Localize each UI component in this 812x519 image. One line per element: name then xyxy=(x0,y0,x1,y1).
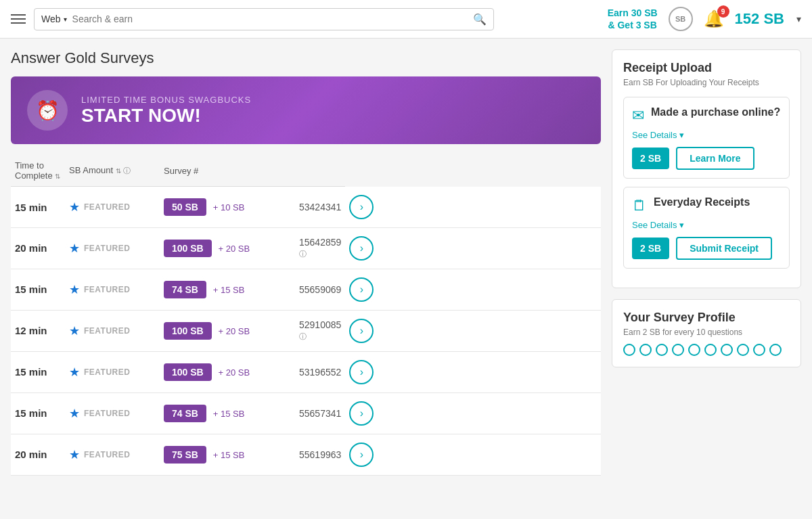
profile-dot xyxy=(737,344,749,356)
receipt-upload-card: Receipt Upload Earn SB For Uploading You… xyxy=(612,49,801,288)
banner-subtitle: LIMITED TIME BONUS SWAGBUCKS xyxy=(81,95,251,105)
notification-bell[interactable]: 🔔 9 xyxy=(704,9,724,28)
everyday-receipts-action: 2 SB Submit Receipt xyxy=(632,237,781,260)
time-cell: 15 min xyxy=(11,187,65,228)
bonus-sb: + 20 SB xyxy=(219,244,250,254)
time-cell: 12 min xyxy=(11,310,65,351)
everyday-receipts-sb-badge: 2 SB xyxy=(632,238,669,259)
table-header: Time to Complete ⇅ SB Amount ⇅ ⓘ Survey … xyxy=(11,155,601,187)
online-purchase-header: ✉ Made a purchase online? xyxy=(632,106,781,125)
featured-cell: ★ FEATURED xyxy=(65,187,160,228)
time-cell: 20 min xyxy=(11,227,65,269)
sb-pill: 50 SB xyxy=(164,198,206,216)
search-icon: 🔍 xyxy=(473,13,487,26)
time-cell: 20 min xyxy=(11,434,65,475)
featured-label: FEATURED xyxy=(84,409,130,418)
sb-amount-cell: 74 SB + 15 SB xyxy=(160,269,295,310)
everyday-receipts-title: Everyday Receipts xyxy=(654,196,750,208)
survey-rows: 15 min ★ FEATURED 50 SB + 10 SB 53424341… xyxy=(11,187,601,476)
bonus-sb: + 15 SB xyxy=(213,409,245,419)
everyday-receipts-header: 🗒 Everyday Receipts xyxy=(632,196,781,215)
survey-number-cell: 15642859 ⓘ xyxy=(295,227,345,269)
go-cell: › xyxy=(345,227,601,269)
col-action xyxy=(295,155,345,187)
earn-sb-promo[interactable]: Earn 30 SB & Get 3 SB xyxy=(608,7,658,31)
sb-amount-cell: 100 SB + 20 SB xyxy=(160,351,295,392)
featured-label: FEATURED xyxy=(84,450,130,459)
everyday-receipts-see-details[interactable]: See Details ▾ xyxy=(632,220,781,230)
right-sidebar: Receipt Upload Earn SB For Uploading You… xyxy=(612,49,801,476)
star-icon: ★ xyxy=(69,323,80,338)
banner-title: START NOW! xyxy=(81,105,251,127)
search-bar: Web ▾ 🔍 xyxy=(34,8,494,30)
profile-dot xyxy=(656,344,668,356)
bonus-sb: + 10 SB xyxy=(213,202,245,212)
go-button[interactable]: › xyxy=(349,195,374,219)
profile-dot xyxy=(639,344,652,356)
featured-cell: ★ FEATURED xyxy=(65,227,160,269)
survey-number-cell: 52910085 ⓘ xyxy=(295,310,345,351)
chevron-down-icon: ▾ xyxy=(679,220,684,230)
survey-profile-section: Your Survey Profile Earn 2 SB for every … xyxy=(612,299,801,367)
star-icon: ★ xyxy=(69,447,80,462)
survey-number-cell: 55659069 xyxy=(295,269,345,310)
header-right: Earn 30 SB & Get 3 SB SB 🔔 9 152 SB ▾ xyxy=(608,7,801,31)
promo-banner[interactable]: ⏰ LIMITED TIME BONUS SWAGBUCKS START NOW… xyxy=(11,76,601,144)
notification-badge: 9 xyxy=(717,5,729,18)
go-button[interactable]: › xyxy=(349,401,374,426)
go-button[interactable]: › xyxy=(349,319,374,343)
chevron-down-icon: ▾ xyxy=(679,130,684,140)
online-purchase-text: Made a purchase online? xyxy=(651,106,780,118)
table-row: 20 min ★ FEATURED 75 SB + 15 SB 55619963… xyxy=(11,434,601,475)
search-input[interactable] xyxy=(72,14,473,24)
survey-number-cell: 53196552 xyxy=(295,351,345,392)
main-container: Answer Gold Surveys ⏰ LIMITED TIME BONUS… xyxy=(0,39,812,487)
sb-circle[interactable]: SB xyxy=(669,7,693,31)
online-purchase-option: ✉ Made a purchase online? See Details ▾ … xyxy=(623,97,790,179)
sb-balance: 152 SB xyxy=(735,10,784,28)
learn-more-button[interactable]: Learn More xyxy=(676,147,754,170)
info-icon[interactable]: ⓘ xyxy=(299,250,307,258)
profile-dot xyxy=(704,344,717,356)
hamburger-menu[interactable] xyxy=(11,14,26,24)
star-icon: ★ xyxy=(69,241,80,256)
info-icon[interactable]: ⓘ xyxy=(123,166,131,175)
online-purchase-see-details[interactable]: See Details ▾ xyxy=(632,130,781,140)
go-button[interactable]: › xyxy=(349,236,374,261)
sort-icon-2[interactable]: ⇅ xyxy=(116,167,121,175)
featured-cell: ★ FEATURED xyxy=(65,269,160,310)
sb-amount-cell: 100 SB + 20 SB xyxy=(160,227,295,269)
featured-label: FEATURED xyxy=(84,326,130,336)
sb-pill: 100 SB xyxy=(164,322,212,340)
receipt-upload-subtitle: Earn SB For Uploading Your Receipts xyxy=(623,78,790,87)
web-selector[interactable]: Web ▾ xyxy=(41,14,67,24)
submit-receipt-button[interactable]: Submit Receipt xyxy=(676,237,772,260)
everyday-receipts-option: 🗒 Everyday Receipts See Details ▾ 2 SB S… xyxy=(623,187,790,269)
bonus-sb: + 15 SB xyxy=(213,285,245,295)
survey-number-cell: 53424341 xyxy=(295,187,345,228)
table-row: 15 min ★ FEATURED 100 SB + 20 SB 5319655… xyxy=(11,351,601,392)
featured-label: FEATURED xyxy=(84,367,130,377)
go-button[interactable]: › xyxy=(349,277,374,302)
profile-dot xyxy=(672,344,684,356)
go-button[interactable]: › xyxy=(349,360,374,384)
go-cell: › xyxy=(345,392,601,434)
profile-subtitle: Earn 2 SB for every 10 questions xyxy=(623,328,790,337)
go-cell: › xyxy=(345,187,601,228)
go-button[interactable]: › xyxy=(349,443,374,467)
sb-amount-cell: 74 SB + 15 SB xyxy=(160,392,295,434)
star-icon: ★ xyxy=(69,200,80,215)
table-row: 12 min ★ FEATURED 100 SB + 20 SB 5291008… xyxy=(11,310,601,351)
email-icon: ✉ xyxy=(632,107,644,125)
main-header: Web ▾ 🔍 Earn 30 SB & Get 3 SB SB 🔔 9 152… xyxy=(0,0,812,39)
col-survey-num: Survey # xyxy=(160,155,295,187)
time-cell: 15 min xyxy=(11,392,65,434)
sb-pill: 100 SB xyxy=(164,240,212,257)
table-row: 15 min ★ FEATURED 50 SB + 10 SB 53424341… xyxy=(11,187,601,228)
info-icon[interactable]: ⓘ xyxy=(299,332,307,340)
left-section: Answer Gold Surveys ⏰ LIMITED TIME BONUS… xyxy=(11,49,601,476)
balance-chevron-icon[interactable]: ▾ xyxy=(796,14,801,24)
sort-icon[interactable]: ⇅ xyxy=(55,173,60,180)
time-cell: 15 min xyxy=(11,269,65,310)
featured-label: FEATURED xyxy=(84,285,130,294)
